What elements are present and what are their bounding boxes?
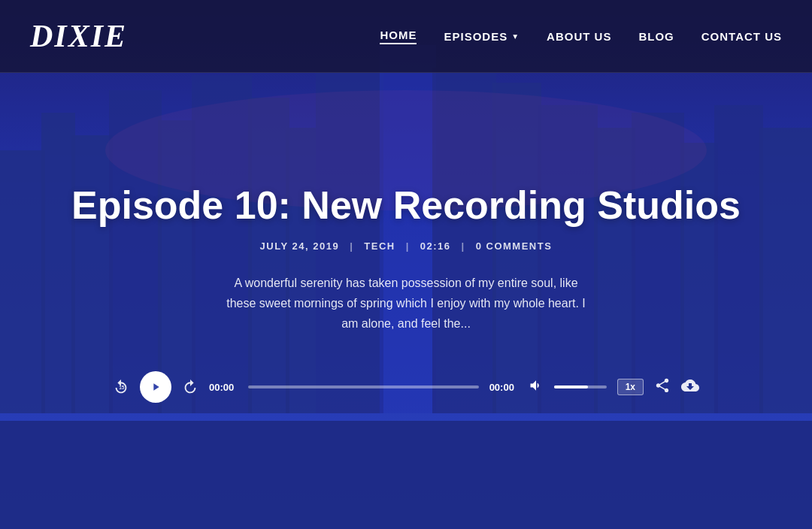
meta-comments: 0 COMMENTS	[476, 240, 553, 252]
forward-icon	[182, 379, 198, 395]
hero-content: Episode 10: New Recording Studios JULY 2…	[0, 73, 812, 529]
episode-meta: JULY 24, 2019 | TECH | 02:16 | 0 COMMENT…	[260, 240, 553, 252]
play-button[interactable]	[140, 371, 171, 403]
meta-category: TECH	[364, 240, 395, 252]
meta-sep-2: |	[406, 240, 410, 252]
main-nav: HOME EPISODES ▼ ABOUT US BLOG CONTACT US	[380, 29, 782, 44]
total-time: 00:00	[489, 382, 518, 393]
play-icon	[150, 381, 162, 393]
meta-sep-1: |	[350, 240, 353, 252]
volume-icon[interactable]	[529, 378, 544, 396]
svg-text:15: 15	[119, 385, 125, 390]
speed-button[interactable]: 1x	[617, 379, 644, 395]
volume-fill	[554, 385, 589, 388]
episode-title: Episode 10: New Recording Studios	[71, 184, 741, 227]
share-button[interactable]	[654, 377, 671, 398]
nav-about[interactable]: ABOUT US	[547, 30, 611, 43]
episode-description: A wonderful serenity has taken possessio…	[218, 273, 594, 334]
nav-episodes[interactable]: EPISODES ▼	[444, 30, 520, 43]
meta-sep-3: |	[462, 240, 465, 252]
meta-date: JULY 24, 2019	[260, 240, 340, 252]
nav-home[interactable]: HOME	[380, 29, 417, 44]
rewind-icon: 15	[113, 379, 129, 395]
volume-slider[interactable]	[554, 385, 607, 388]
audio-player: 15 00:00 00:00	[98, 371, 714, 403]
download-button[interactable]	[681, 376, 699, 398]
nav-contact[interactable]: CONTACT US	[701, 30, 782, 43]
progress-bar[interactable]	[248, 385, 479, 388]
site-logo[interactable]: Dixie	[30, 18, 127, 54]
dropdown-arrow-icon: ▼	[511, 32, 520, 41]
forward-button[interactable]	[182, 379, 198, 395]
header: Dixie HOME EPISODES ▼ ABOUT US BLOG CONT…	[0, 0, 812, 73]
meta-duration: 02:16	[420, 240, 451, 252]
current-time: 00:00	[209, 382, 238, 393]
nav-blog[interactable]: BLOG	[638, 30, 674, 43]
rewind-button[interactable]: 15	[113, 379, 129, 395]
